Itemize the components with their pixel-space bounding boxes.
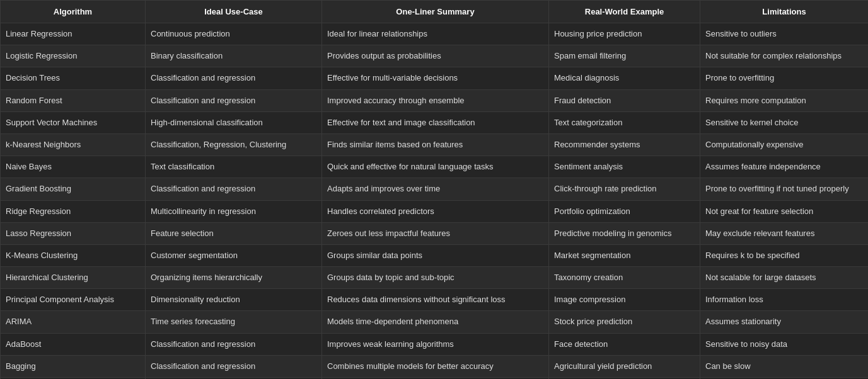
cell-algorithm: ARIMA: [1, 311, 146, 333]
cell-usecase: Time series forecasting: [146, 311, 322, 333]
cell-example: Text categorization: [549, 111, 700, 133]
cell-summary: Adapts and improves over time: [322, 178, 549, 200]
table-row: Gradient BoostingClassification and regr…: [1, 178, 869, 200]
cell-summary: Ideal for linear relationships: [322, 23, 549, 45]
cell-usecase: Classification and regression: [146, 333, 322, 355]
cell-summary: Improves weak learning algorithms: [322, 333, 549, 355]
cell-algorithm: Principal Component Analysis: [1, 289, 146, 311]
table-body: Linear RegressionContinuous predictionId…: [1, 23, 869, 380]
cell-limitations: Computationally expensive: [700, 133, 869, 156]
table-row: Naive BayesText classificationQuick and …: [1, 156, 869, 178]
cell-summary: Handles correlated predictors: [322, 200, 549, 222]
table-row: k-Nearest NeighborsClassification, Regre…: [1, 133, 869, 156]
cell-usecase: Feature selection: [146, 222, 322, 244]
cell-algorithm: Hierarchical Clustering: [1, 267, 146, 289]
header-example: Real-World Example: [549, 1, 700, 23]
cell-limitations: Requires k to be specified: [700, 244, 869, 266]
cell-usecase: Classification, Regression, Clustering: [146, 133, 322, 156]
cell-usecase: Classification and regression: [146, 178, 322, 200]
cell-limitations: Assumes stationarity: [700, 311, 869, 333]
cell-example: Portfolio optimization: [549, 200, 700, 222]
table-row: Decision TreesClassification and regress…: [1, 67, 869, 89]
cell-limitations: Assumes feature independence: [700, 156, 869, 178]
algorithm-table: Algorithm Ideal Use-Case One-Liner Summa…: [0, 0, 868, 379]
cell-limitations: Sensitive to kernel choice: [700, 111, 869, 133]
header-usecase: Ideal Use-Case: [146, 1, 322, 23]
cell-example: Taxonomy creation: [549, 267, 700, 289]
cell-summary: Quick and effective for natural language…: [322, 156, 549, 178]
cell-usecase: Organizing items hierarchically: [146, 267, 322, 289]
cell-summary: Combines multiple models for better accu…: [322, 355, 549, 377]
cell-example: Sentiment analysis: [549, 156, 700, 178]
header-summary: One-Liner Summary: [322, 1, 549, 23]
cell-example: Fraud detection: [549, 89, 700, 111]
cell-limitations: Prone to overfitting: [700, 67, 869, 89]
cell-example: Housing price prediction: [549, 23, 700, 45]
cell-limitations: Not suitable for complex relationships: [700, 45, 869, 67]
table-row: BaggingClassification and regressionComb…: [1, 355, 869, 377]
cell-example: Market segmentation: [549, 244, 700, 266]
table-row: Logistic RegressionBinary classification…: [1, 45, 869, 67]
cell-algorithm: K-Means Clustering: [1, 244, 146, 266]
cell-example: Face detection: [549, 333, 700, 355]
cell-summary: Reduces data dimensions without signific…: [322, 289, 549, 311]
cell-usecase: Customer segmentation: [146, 244, 322, 266]
cell-summary: Zeroes out less impactful features: [322, 222, 549, 244]
cell-usecase: Continuous prediction: [146, 23, 322, 45]
cell-example: Image compression: [549, 289, 700, 311]
cell-summary: Groups similar data points: [322, 244, 549, 266]
cell-algorithm: Naive Bayes: [1, 156, 146, 178]
table-row: Principal Component AnalysisDimensionali…: [1, 289, 869, 311]
header-limitations: Limitations: [700, 1, 869, 23]
cell-algorithm: k-Nearest Neighbors: [1, 133, 146, 156]
cell-limitations: Requires more computation: [700, 89, 869, 111]
cell-algorithm: Logistic Regression: [1, 45, 146, 67]
cell-summary: Models time-dependent phenomena: [322, 311, 549, 333]
header-algorithm: Algorithm: [1, 1, 146, 23]
cell-limitations: Information loss: [700, 289, 869, 311]
cell-limitations: Prone to overfitting if not tuned proper…: [700, 178, 869, 200]
cell-algorithm: Support Vector Machines: [1, 111, 146, 133]
cell-usecase: Classification and regression: [146, 355, 322, 377]
cell-summary: Effective for multi-variable decisions: [322, 67, 549, 89]
cell-algorithm: Random Forest: [1, 89, 146, 111]
table-row: Random ForestClassification and regressi…: [1, 89, 869, 111]
cell-limitations: Not scalable for large datasets: [700, 267, 869, 289]
cell-summary: Provides output as probabilities: [322, 45, 549, 67]
table-row: Linear RegressionContinuous predictionId…: [1, 23, 869, 45]
cell-algorithm: AdaBoost: [1, 333, 146, 355]
cell-algorithm: Linear Regression: [1, 23, 146, 45]
cell-algorithm: Bagging: [1, 355, 146, 377]
cell-algorithm: Ridge Regression: [1, 200, 146, 222]
cell-usecase: Classification and regression: [146, 67, 322, 89]
cell-limitations: Sensitive to noisy data: [700, 333, 869, 355]
cell-example: Agricultural yield prediction: [549, 355, 700, 377]
cell-example: Click-through rate prediction: [549, 178, 700, 200]
cell-usecase: Text classification: [146, 156, 322, 178]
table-row: Support Vector MachinesHigh-dimensional …: [1, 111, 869, 133]
cell-usecase: Dimensionality reduction: [146, 289, 322, 311]
table-row: Lasso RegressionFeature selectionZeroes …: [1, 222, 869, 244]
cell-usecase: Multicollinearity in regression: [146, 200, 322, 222]
cell-limitations: Not great for feature selection: [700, 200, 869, 222]
cell-usecase: High-dimensional classification: [146, 111, 322, 133]
cell-example: Spam email filtering: [549, 45, 700, 67]
cell-algorithm: Decision Trees: [1, 67, 146, 89]
cell-example: Predictive modeling in genomics: [549, 222, 700, 244]
cell-summary: Improved accuracy through ensemble: [322, 89, 549, 111]
cell-limitations: Can be slow: [700, 355, 869, 377]
cell-usecase: Binary classification: [146, 45, 322, 67]
cell-summary: Groups data by topic and sub-topic: [322, 267, 549, 289]
table-row: Ridge RegressionMulticollinearity in reg…: [1, 200, 869, 222]
cell-summary: Effective for text and image classificat…: [322, 111, 549, 133]
table-header-row: Algorithm Ideal Use-Case One-Liner Summa…: [1, 1, 869, 23]
table-row: Hierarchical ClusteringOrganizing items …: [1, 267, 869, 289]
cell-limitations: May exclude relevant features: [700, 222, 869, 244]
table-row: ARIMATime series forecastingModels time-…: [1, 311, 869, 333]
cell-algorithm: Lasso Regression: [1, 222, 146, 244]
table-row: K-Means ClusteringCustomer segmentationG…: [1, 244, 869, 266]
cell-limitations: Sensitive to outliers: [700, 23, 869, 45]
cell-algorithm: Gradient Boosting: [1, 178, 146, 200]
cell-example: Medical diagnosis: [549, 67, 700, 89]
cell-usecase: Classification and regression: [146, 89, 322, 111]
